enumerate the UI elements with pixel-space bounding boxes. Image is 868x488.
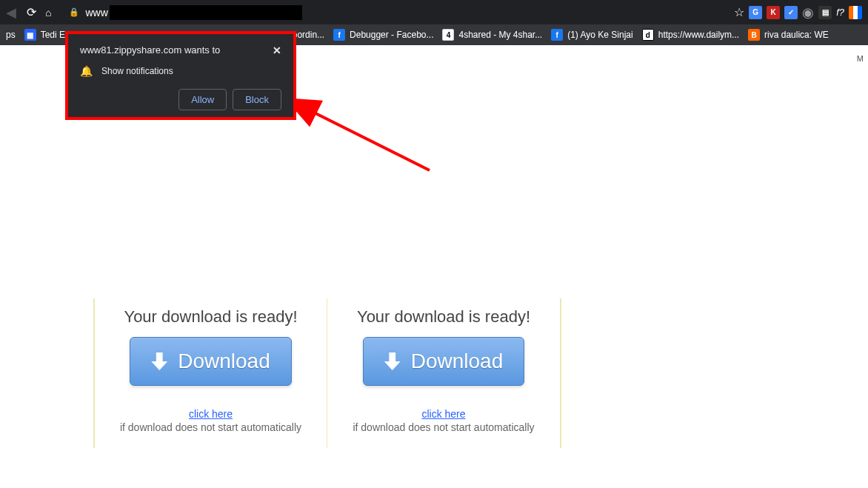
facebook-icon: f <box>551 29 563 41</box>
download-button[interactable]: Download <box>130 337 292 386</box>
svg-line-1 <box>311 111 430 170</box>
bookmark-icon: ▦ <box>24 29 36 41</box>
auto-start-text: if download does not start automatically <box>342 421 545 433</box>
bookmark-label: 4shared - My 4shar... <box>458 30 542 40</box>
bookmark-item[interactable]: f (1) Ayo Ke Sinjai <box>551 29 633 41</box>
allow-button[interactable]: Allow <box>178 89 227 110</box>
reload-icon[interactable]: ⟳ <box>27 5 36 19</box>
browser-toolbar: ◀ ⟳ ⌂ 🔒 www ☆ G K ✓ ◉ ▤ f? <box>0 0 868 24</box>
click-here-link[interactable]: click here <box>342 408 545 420</box>
bookmark-label: riva daulica: WE <box>764 30 829 40</box>
4shared-icon: 4 <box>442 29 454 41</box>
address-bar[interactable]: 🔒 www <box>61 2 728 23</box>
bookmark-item[interactable]: ▦ Tedi Ek <box>24 29 70 41</box>
popup-body-text: Show notifications <box>101 66 173 76</box>
popup-title: www81.zippyshare.com wants to <box>80 44 220 56</box>
bookmark-label: Debugger - Facebo... <box>350 30 433 40</box>
click-here-link[interactable]: click here <box>110 408 312 420</box>
block-button[interactable]: Block <box>233 89 281 110</box>
notification-permission-popup: www81.zippyshare.com wants to ✕ 🔔 Show n… <box>68 34 293 117</box>
corner-label: M <box>857 54 864 63</box>
download-section: Your download is ready! Download click h… <box>93 298 561 448</box>
bookmark-label: ps <box>6 30 16 40</box>
download-button-label: Download <box>411 350 504 373</box>
extension-circle-icon[interactable]: ◉ <box>802 4 814 21</box>
bookmark-label: (1) Ayo Ke Sinjai <box>567 30 633 40</box>
download-arrow-icon <box>151 352 167 370</box>
bookmark-item[interactable]: d https://www.dailym... <box>642 29 739 41</box>
bell-icon: 🔔 <box>80 65 93 77</box>
extension-stripe-icon[interactable] <box>849 6 862 19</box>
download-button[interactable]: Download <box>363 337 525 386</box>
url-redacted <box>110 5 302 20</box>
bookmark-item[interactable]: 4 4shared - My 4shar... <box>442 29 542 41</box>
nav-arrows: ◀ <box>3 1 19 24</box>
bookmark-item[interactable]: f Debugger - Facebo... <box>333 29 433 41</box>
close-icon[interactable]: ✕ <box>273 44 281 56</box>
bookmark-item[interactable]: B riva daulica: WE <box>748 29 829 41</box>
dailymotion-icon: d <box>642 29 654 41</box>
blogger-icon: B <box>748 29 760 41</box>
extension-translate-icon[interactable]: G <box>749 6 762 19</box>
download-button-label: Download <box>178 350 270 373</box>
bookmark-item[interactable]: ps <box>6 30 16 40</box>
extension-check-icon[interactable]: ✓ <box>784 6 798 19</box>
url-text: www <box>85 7 107 19</box>
download-card: Your download is ready! Download click h… <box>95 298 327 448</box>
back-icon[interactable]: ◀ <box>3 1 19 24</box>
toolbar-extensions: ☆ G K ✓ ◉ ▤ f? <box>734 4 865 21</box>
download-card: Your download is ready! Download click h… <box>327 298 560 448</box>
lock-icon: 🔒 <box>69 7 79 17</box>
download-title: Your download is ready! <box>110 307 312 327</box>
extension-f-icon[interactable]: f? <box>836 7 844 18</box>
bookmark-label: https://www.dailym... <box>658 30 739 40</box>
download-title: Your download is ready! <box>342 307 545 327</box>
extension-dark-icon[interactable]: ▤ <box>818 6 832 19</box>
auto-start-text: if download does not start automatically <box>110 421 312 433</box>
bookmark-star-icon[interactable]: ☆ <box>734 5 744 19</box>
download-arrow-icon <box>384 352 401 370</box>
extension-k-icon[interactable]: K <box>767 6 780 19</box>
facebook-icon: f <box>333 29 345 41</box>
annotation-arrow <box>296 96 444 185</box>
home-icon[interactable]: ⌂ <box>45 7 51 19</box>
